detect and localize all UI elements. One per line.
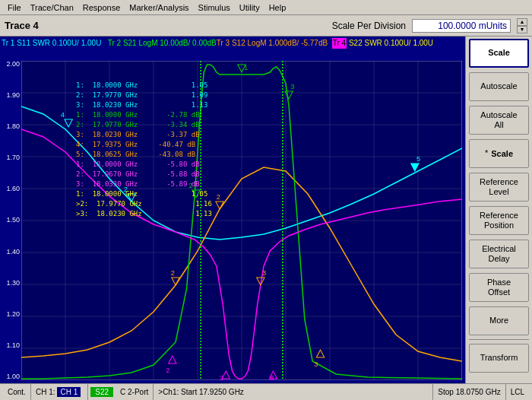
electrical-delay-button[interactable]: ElectricalDelay [469, 240, 529, 268]
trace4-val: S22 SWR 0.100U/ 1.00U [347, 38, 433, 49]
menu-utility[interactable]: Utility [235, 0, 264, 14]
marker-row-9: 1: 18.0000 GHz -5.80 dB [76, 160, 212, 170]
trace-label: Trace 4 [5, 20, 39, 31]
trace1-info: Tr 1 S11 SWR 0.100U/ 1.00U [2, 38, 101, 49]
toolbar: Trace 4 Scale Per Division 100.0000 mUni… [0, 15, 532, 37]
marker-row-4: 1: 18.0000 GHz -2.78 dB [76, 110, 212, 120]
trace4-label: Tr 4 [332, 38, 347, 49]
marker1-tr2-label: 1 [244, 64, 248, 71]
y-label-10: 1.00 [6, 373, 20, 380]
trace2-info: Tr 2 S21 LogM 10.00dB/ 0.00dB [108, 38, 217, 49]
scale-down-button[interactable]: ▼ [517, 26, 527, 33]
scale-up-button[interactable]: ▲ [517, 18, 527, 26]
marker-row-2: 2: 17.9770 GHz 1.09 [76, 90, 212, 100]
marker2-tr4-label: 2 [166, 367, 170, 374]
marker3-tr2-label: 3 [290, 83, 294, 90]
marker-row-5: 2: 17.9770 GHz -3.34 dB [76, 120, 212, 130]
menu-stimulus[interactable]: Stimulus [194, 0, 235, 14]
y-label-1: 1.90 [6, 92, 20, 99]
marker-row-11: 3: 18.0330 GHz -5.89 dB [76, 179, 212, 189]
stop-freq: Stop 18.0750 GHz [433, 384, 505, 400]
menubar: File Trace/Chan Response Marker/Analysis… [0, 0, 532, 15]
y-label-8: 1.20 [6, 311, 20, 318]
menu-response[interactable]: Response [78, 0, 125, 14]
marker-row-7: 4: 17.9375 GHz -40.47 dB [76, 140, 212, 150]
marker8-tr4-label: 8 [270, 374, 274, 380]
marker2-tr3-label: 2 [217, 193, 220, 201]
scale-value-display: 100.0000 mUnits [412, 19, 511, 33]
mode-label: C 2-Port [116, 384, 154, 400]
y-label-9: 1.10 [6, 342, 20, 349]
marker-row-14: >3: 18.0230 GHz 1.13 [76, 209, 212, 219]
marker-row-10: 2: 17.9670 GHz -5.88 dB [76, 170, 212, 179]
menu-help[interactable]: Help [264, 0, 291, 14]
marker-row-8: 5: 18.0625 GHz -43.08 dB [76, 150, 212, 160]
y-label-7: 1.30 [6, 280, 20, 287]
scale-star-button[interactable]: Scale [491, 149, 513, 158]
y-label-5: 1.50 [6, 217, 20, 224]
menu-marker[interactable]: Marker/Analysis [125, 0, 193, 14]
transform-button[interactable]: Transform [469, 344, 529, 373]
cont-label: Cont. [3, 384, 31, 400]
menu-trace-chan[interactable]: Trace/Chan [26, 0, 78, 14]
statusbar: Cont. CH 1: CH 1 S22 C 2-Port >Ch1: Star… [0, 383, 532, 400]
reference-level-button[interactable]: ReferenceLevel [469, 173, 529, 202]
marker5-tr1-label: 5 [416, 155, 420, 163]
sidebar: Scale Autoscale AutoscaleAll * Scale Ref… [465, 37, 532, 383]
autoscale-button[interactable]: Autoscale [469, 72, 529, 101]
marker4-tr1-label: 4 [61, 111, 65, 119]
asterisk-icon: * [485, 148, 488, 158]
s22-box: S22 [90, 387, 113, 397]
start-freq: >Ch1: Start 17.9250 GHz [154, 384, 433, 400]
reference-position-button[interactable]: ReferencePosition [469, 206, 529, 235]
lcl-label: LCL [506, 384, 529, 400]
sidebar-separator [469, 339, 529, 340]
y-label-4: 1.60 [6, 186, 20, 192]
ch1-box: CH 1 [57, 387, 81, 397]
marker2-tr4-bot-label: 2 [220, 374, 223, 380]
marker-row-1: 1: 18.0000 GHz 1.05 [76, 81, 212, 90]
trace3-info: Tr 3 S12 LogM 1.000dB/ -5.77dB [217, 38, 328, 49]
main-area: Tr 1 S11 SWR 0.100U/ 1.00U Tr 2 S21 LogM… [0, 37, 532, 383]
marker2-tr3-r-label: 3 [314, 360, 318, 368]
autoscale-all-button[interactable]: AutoscaleAll [469, 106, 529, 135]
y-label-6: 1.40 [6, 249, 20, 256]
marker-row-3: 3: 18.0230 GHz 1.13 [76, 100, 212, 110]
scale-per-division-label: Scale Per Division [332, 21, 406, 31]
y-label-0: 2.00 [6, 61, 20, 68]
scale-button[interactable]: Scale [469, 39, 529, 68]
y-label-3: 1.70 [6, 154, 20, 161]
more-button[interactable]: More [469, 306, 529, 335]
marker-row-12: 1: 18.0000 GHz 1.05 [76, 189, 212, 199]
marker-data-table: 1: 18.0000 GHz 1.05 2: 17.9770 GHz 1.09 … [76, 81, 212, 219]
chart-area: Tr 1 S11 SWR 0.100U/ 1.00U Tr 2 S21 LogM… [0, 37, 465, 383]
ch1-label: CH 1: CH 1 [31, 384, 88, 400]
scale-star-row: * Scale [469, 139, 529, 168]
y-axis: 2.00 1.90 1.80 1.70 1.60 1.50 1.40 1.30 … [0, 61, 21, 380]
marker-row-13: >2: 17.9770 GHz 1.16 [76, 199, 212, 209]
trace-info: Tr 1 S11 SWR 0.100U/ 1.00U Tr 2 S21 LogM… [2, 38, 464, 49]
marker3-tr3-label: 3 [262, 269, 266, 277]
marker-row-6: 3: 18.0230 GHz -3.37 dB [76, 130, 212, 140]
menu-file[interactable]: File [3, 0, 26, 14]
scale-spinner[interactable]: ▲ ▼ [517, 18, 527, 33]
y-label-2: 1.80 [6, 123, 20, 130]
marker4-tr3-label: 2 [171, 269, 175, 277]
phase-offset-button[interactable]: PhaseOffset [469, 273, 529, 302]
